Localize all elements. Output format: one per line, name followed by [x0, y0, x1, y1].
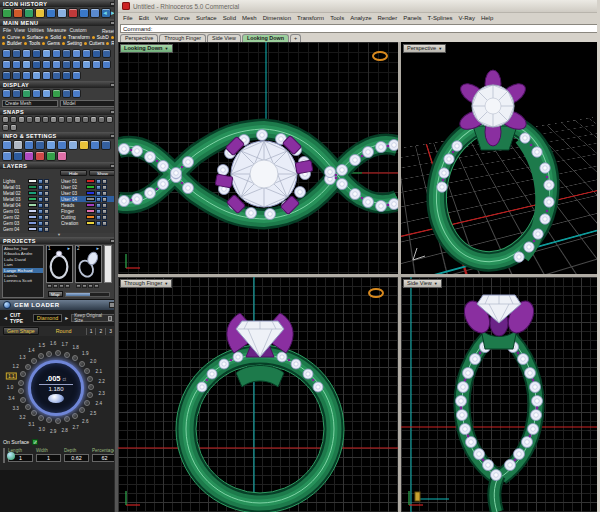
- layer-lock-icon[interactable]: [44, 197, 49, 202]
- layer-color-swatch[interactable]: [28, 197, 37, 201]
- snap-icon[interactable]: [2, 116, 9, 123]
- tool-icon[interactable]: [32, 71, 41, 80]
- tool-icon[interactable]: [92, 60, 101, 69]
- layer-visibility-icon[interactable]: [96, 197, 101, 202]
- history-tool-icon[interactable]: [2, 8, 12, 18]
- viewport-tab[interactable]: Perspective: [120, 34, 158, 42]
- settings-tool-icon[interactable]: [13, 140, 23, 150]
- layer-visibility-icon[interactable]: [38, 197, 43, 202]
- dial-size-dot[interactable]: [18, 380, 24, 386]
- category-item[interactable]: SubD: [97, 35, 109, 40]
- menu-item[interactable]: Mesh: [242, 15, 257, 21]
- main-menu-item[interactable]: View: [14, 27, 25, 33]
- history-tool-icon[interactable]: [68, 8, 78, 18]
- dial-size-label[interactable]: 2.3: [98, 390, 104, 395]
- menu-item[interactable]: V-Ray: [459, 15, 475, 21]
- layer-color-swatch[interactable]: [28, 185, 37, 189]
- main-menu-item[interactable]: Measure: [47, 27, 66, 33]
- dial-size-label[interactable]: 2.0: [90, 359, 96, 364]
- viewport-side-view[interactable]: Side View ▼: [401, 277, 597, 512]
- layer-lock-icon[interactable]: [44, 215, 49, 220]
- tool-icon[interactable]: [22, 71, 31, 80]
- dial-size-dot[interactable]: [79, 407, 85, 413]
- dial-size-label[interactable]: 2.7: [72, 424, 78, 429]
- display-tool-icon[interactable]: [32, 89, 41, 98]
- layer-lock-icon[interactable]: [102, 191, 107, 196]
- tool-icon[interactable]: [22, 49, 31, 58]
- dial-size-label[interactable]: 1.1: [6, 373, 16, 380]
- history-tool-icon[interactable]: [35, 8, 45, 18]
- dial-size-dot[interactable]: [64, 352, 70, 358]
- add-viewport-tab-button[interactable]: +: [290, 34, 301, 42]
- menu-item[interactable]: T-Splines: [428, 15, 453, 21]
- settings-tool-icon[interactable]: [79, 140, 89, 150]
- hide-button[interactable]: Hide: [60, 170, 87, 176]
- snap-icon[interactable]: [42, 116, 49, 123]
- category-item[interactable]: Cutters: [89, 41, 104, 46]
- layer-color-swatch[interactable]: [28, 179, 37, 183]
- layer-color-swatch[interactable]: [86, 179, 95, 183]
- show-button[interactable]: Show: [89, 170, 116, 176]
- display-tool-icon[interactable]: [2, 89, 11, 98]
- dial-size-dot[interactable]: [38, 415, 44, 421]
- tool-icon[interactable]: [82, 49, 91, 58]
- display-target-dropdown[interactable]: Model: [60, 100, 116, 107]
- dial-size-label[interactable]: 1.0: [7, 385, 13, 390]
- keep-original-size-checkbox[interactable]: [108, 316, 112, 321]
- dial-size-dot[interactable]: [55, 418, 61, 424]
- layer-lock-icon[interactable]: [44, 185, 49, 190]
- dial-size-label[interactable]: 3.4: [8, 395, 14, 400]
- category-item[interactable]: Tools: [29, 41, 40, 46]
- layer-row[interactable]: Gem 04: [2, 226, 58, 232]
- title-bar[interactable]: Untitled - Rhinoceros 5.0 Commercial: [118, 0, 600, 13]
- layer-color-swatch[interactable]: [86, 185, 95, 189]
- layer-lock-icon[interactable]: [102, 203, 107, 208]
- display-tool-icon[interactable]: [52, 89, 61, 98]
- layer-visibility-icon[interactable]: [38, 191, 43, 196]
- on-surface-checkbox[interactable]: ✓: [32, 439, 38, 445]
- layer-color-swatch[interactable]: [28, 209, 37, 213]
- thumb-action-icon[interactable]: [76, 284, 81, 288]
- layer-visibility-icon[interactable]: [38, 185, 43, 190]
- dial-size-label[interactable]: 1.8: [72, 345, 78, 350]
- dial-size-label[interactable]: 2.4: [96, 401, 102, 406]
- dial-size-dot[interactable]: [87, 376, 93, 382]
- menu-item[interactable]: Dimension: [263, 15, 291, 21]
- dial-size-dot[interactable]: [46, 417, 52, 423]
- tool-icon[interactable]: [102, 60, 111, 69]
- snap-icon[interactable]: [74, 116, 81, 123]
- menu-item[interactable]: Transform: [297, 15, 324, 21]
- projects-scrollbar[interactable]: [65, 292, 110, 297]
- display-tool-icon[interactable]: [72, 89, 81, 98]
- snap-icon[interactable]: [18, 116, 25, 123]
- keep-original-size-control[interactable]: Keep Original Size: [71, 314, 115, 322]
- tool-icon[interactable]: [32, 49, 41, 58]
- history-tool-icon[interactable]: [101, 8, 111, 18]
- settings-tool-icon[interactable]: [57, 151, 67, 161]
- tool-icon[interactable]: [12, 60, 21, 69]
- layer-lock-icon[interactable]: [44, 191, 49, 196]
- dial-size-label[interactable]: 2.6: [82, 418, 88, 423]
- dimension-field-input[interactable]: 1: [36, 454, 61, 462]
- history-tool-icon[interactable]: [57, 8, 67, 18]
- settings-tool-icon[interactable]: [35, 140, 45, 150]
- settings-tool-icon[interactable]: [13, 151, 23, 161]
- dial-size-dot[interactable]: [55, 350, 61, 356]
- viewport-tab[interactable]: Through Finger: [159, 34, 206, 42]
- main-menu-item[interactable]: Custom: [69, 27, 86, 33]
- layer-color-swatch[interactable]: [28, 221, 37, 225]
- snap-icon[interactable]: [50, 116, 57, 123]
- dial-size-label[interactable]: 1.9: [82, 351, 88, 356]
- tool-icon[interactable]: [2, 49, 11, 58]
- display-mode-dropdown[interactable]: Create Mesh: [2, 100, 58, 107]
- dial-size-dot[interactable]: [18, 388, 24, 394]
- layer-color-swatch[interactable]: [28, 215, 37, 219]
- tool-icon[interactable]: [12, 49, 21, 58]
- layer-visibility-icon[interactable]: [96, 191, 101, 196]
- cut-type-prev-icon[interactable]: ◄: [3, 315, 8, 321]
- project-thumbnail-2[interactable]: 2 ►: [75, 245, 102, 283]
- category-item[interactable]: Transform: [68, 35, 90, 40]
- viewport-perspective[interactable]: Perspective ▼: [401, 42, 597, 274]
- layer-visibility-icon[interactable]: [38, 203, 43, 208]
- tool-icon[interactable]: [62, 49, 71, 58]
